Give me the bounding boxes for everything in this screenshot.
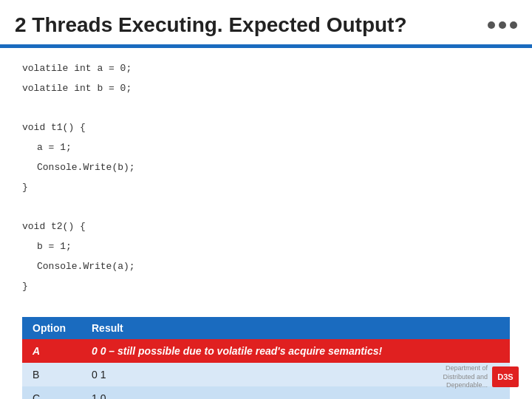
- dot-3: [510, 21, 517, 29]
- table-row: C 1 0: [22, 386, 510, 399]
- code-line-8: [22, 200, 510, 216]
- dot-1: [488, 21, 495, 29]
- code-line-7: }: [22, 180, 510, 196]
- code-line-9: void t2() {: [22, 219, 510, 235]
- results-table: Option Result A 0 0 – still possible due…: [22, 317, 510, 399]
- table-header-row: Option Result: [22, 317, 510, 339]
- header-result: Result: [81, 317, 510, 339]
- code-line-1: volatile int a = 0;: [22, 61, 510, 77]
- logo-text: D3S: [497, 372, 513, 381]
- code-line-5: a = 1;: [22, 140, 510, 156]
- dots-container: [488, 21, 517, 29]
- title-bar: 2 Threads Executing. Expected Output?: [0, 0, 532, 44]
- code-line-12: }: [22, 279, 510, 295]
- table-row: A 0 0 – still possible due to volatile r…: [22, 339, 510, 363]
- code-line-10: b = 1;: [22, 239, 510, 255]
- d3s-logo: D3S: [492, 366, 519, 387]
- code-line-4: void t1() {: [22, 120, 510, 136]
- dot-2: [499, 21, 506, 29]
- result-a: 0 0 – still possible due to volatile rea…: [81, 339, 510, 363]
- code-line-6: Console.Write(b);: [22, 160, 510, 176]
- table-row: B 0 1: [22, 363, 510, 386]
- slide-title: 2 Threads Executing. Expected Output?: [15, 13, 407, 37]
- footer-text: Department ofDistributed andDependable..…: [443, 364, 488, 390]
- option-b: B: [22, 363, 81, 386]
- code-line-11: Console.Write(a);: [22, 259, 510, 275]
- header-option: Option: [22, 317, 81, 339]
- code-line-2: volatile int b = 0;: [22, 81, 510, 97]
- option-a: A: [22, 339, 81, 363]
- footer: Department ofDistributed andDependable..…: [443, 364, 519, 390]
- code-section: volatile int a = 0; volatile int b = 0; …: [0, 48, 532, 307]
- slide: 2 Threads Executing. Expected Output? vo…: [0, 0, 532, 399]
- code-line-3: [22, 101, 510, 117]
- option-c: C: [22, 386, 81, 399]
